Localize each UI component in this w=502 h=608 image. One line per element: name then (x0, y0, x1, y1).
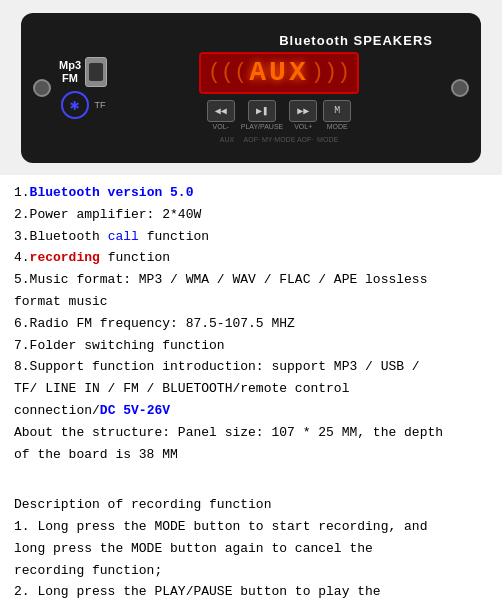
desc-step-2b: recording file; (14, 604, 488, 608)
screw-left (33, 79, 51, 97)
aux-bottom-label: AUX (220, 136, 234, 143)
device-left-panel: Mp3FM ✱ TF (59, 57, 107, 119)
play-pause-button[interactable]: ▶❚ (248, 100, 276, 122)
vol-plus-button[interactable]: ▶▶ (289, 100, 317, 122)
spec-line-structure: About the structure: Panel size: 107 * 2… (14, 423, 488, 444)
display-screen: ((( AUX ))) (199, 52, 359, 94)
spec-line-8: 8.Support function introduction: support… (14, 357, 488, 378)
left-bottom: ✱ TF (61, 91, 106, 119)
spec-line-3: 3.Bluetooth call function (14, 227, 488, 248)
mode-group: M MODE (323, 100, 351, 130)
device-display-area: Bluetooth SPEAKERS ((( AUX ))) ◀◀ VOL- ▶… (115, 33, 443, 143)
vol-minus-group: ◀◀ VOL- (207, 100, 235, 130)
bottom-strip-text: AOF· MY·MODE AOF· MODE (244, 136, 339, 143)
spec-line-7: 7.Folder switching function (14, 336, 488, 357)
desc-step-2: 2. Long press the PLAY/PAUSE button to p… (14, 582, 488, 603)
mode-button[interactable]: M (323, 100, 351, 122)
device-image: Mp3FM ✱ TF Bluetooth SPEAKERS ((( AUX ))… (0, 0, 502, 175)
desc-step-1c: recording function; (14, 561, 488, 582)
mode-label: MODE (327, 123, 348, 130)
screw-right (451, 79, 469, 97)
display-bracket-right: ))) (311, 60, 351, 85)
spec-line-5b: format music (14, 292, 488, 313)
play-pause-label: PLAY/PAUSE (241, 123, 284, 130)
spec-line-2: 2.Power amplifier: 2*40W (14, 205, 488, 226)
mp3fm-label: Mp3FM (59, 59, 81, 83)
recording-text: recording (30, 250, 100, 265)
spec-line-8b: TF/ LINE IN / FM / BLUETOOTH/remote cont… (14, 379, 488, 400)
spec-line-structure-b: of the board is 38 MM (14, 445, 488, 466)
play-pause-group: ▶❚ PLAY/PAUSE (241, 100, 284, 130)
desc-step-1: 1. Long press the MODE button to start r… (14, 517, 488, 538)
spec-line-8c: connection/DC 5V-26V (14, 401, 488, 422)
controls-row: ◀◀ VOL- ▶❚ PLAY/PAUSE ▶▶ VOL+ M MODE (207, 100, 352, 130)
desc-step-1b: long press the MODE button again to canc… (14, 539, 488, 560)
vol-minus-button[interactable]: ◀◀ (207, 100, 235, 122)
usb-port (85, 57, 107, 87)
vol-plus-label: VOL+ (294, 123, 312, 130)
spec-1-text: Bluetooth version 5.0 (30, 185, 194, 200)
display-bracket-left: ((( (208, 60, 248, 85)
usb-port-inner (89, 63, 103, 81)
display-text: AUX (249, 57, 308, 88)
spec-line-5: 5.Music format: MP3 / WMA / WAV / FLAC /… (14, 270, 488, 291)
content-area: 1.Bluetooth version 5.0 2.Power amplifie… (0, 175, 502, 608)
tf-label: TF (95, 100, 106, 110)
device-title: Bluetooth SPEAKERS (279, 33, 433, 48)
call-text: call (108, 229, 139, 244)
vol-plus-group: ▶▶ VOL+ (289, 100, 317, 130)
bluetooth-icon: ✱ (61, 91, 89, 119)
spec-line-1: 1.Bluetooth version 5.0 (14, 183, 488, 204)
spec-line-4: 4.recording function (14, 248, 488, 269)
description-title: Description of recording function (14, 495, 488, 516)
spec-line-6: 6.Radio FM frequency: 87.5-107.5 MHZ (14, 314, 488, 335)
speaker-module: Mp3FM ✱ TF Bluetooth SPEAKERS ((( AUX ))… (21, 13, 481, 163)
dc-voltage-text: DC 5V-26V (100, 403, 170, 418)
vol-minus-label: VOL- (213, 123, 229, 130)
left-top: Mp3FM (59, 57, 107, 87)
